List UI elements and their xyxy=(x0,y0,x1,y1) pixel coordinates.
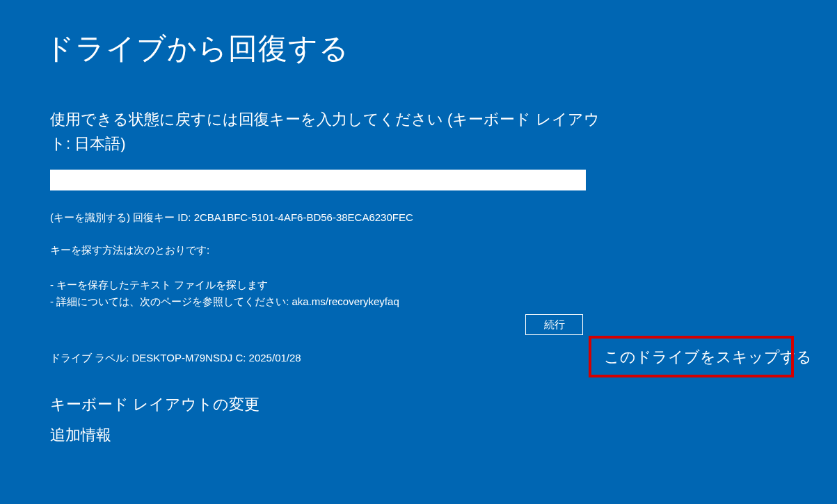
continue-button[interactable]: 続行 xyxy=(525,314,583,335)
help-list: - キーを保存したテキスト ファイルを探します - 詳細については、次のページを… xyxy=(50,277,787,310)
change-keyboard-layout-link[interactable]: キーボード レイアウトの変更 xyxy=(50,394,787,415)
help-line: - 詳細については、次のページを参照してください: aka.ms/recover… xyxy=(50,293,787,310)
find-key-intro: キーを探す方法は次のとおりです: xyxy=(50,244,787,257)
more-info-link[interactable]: 追加情報 xyxy=(50,425,787,446)
recovery-key-id: (キーを識別する) 回復キー ID: 2CBA1BFC-5101-4AF6-BD… xyxy=(50,211,787,225)
help-line: - キーを保存したテキスト ファイルを探します xyxy=(50,277,787,293)
skip-drive-link[interactable]: このドライブをスキップする xyxy=(598,344,818,371)
page-title: ドライブから回復する xyxy=(0,0,837,68)
prompt-text: 使用できる状態に戻すには回復キーを入力してください (キーボード レイアウト: … xyxy=(50,107,600,156)
recovery-key-input[interactable] xyxy=(50,170,586,190)
